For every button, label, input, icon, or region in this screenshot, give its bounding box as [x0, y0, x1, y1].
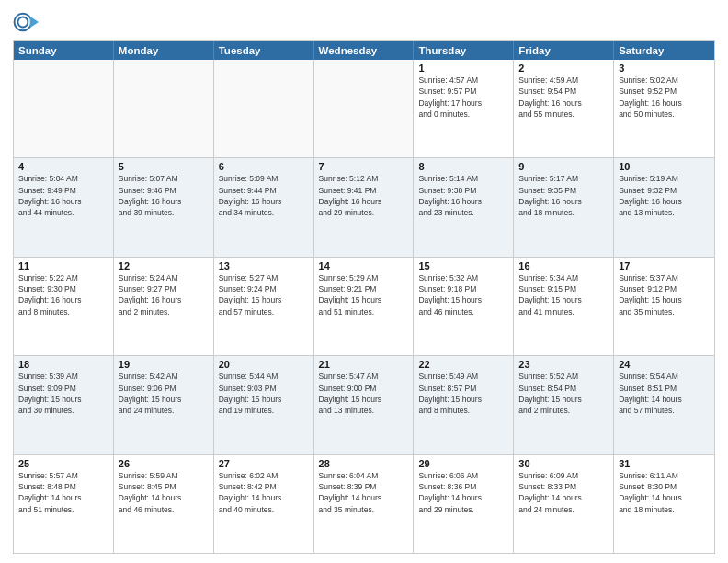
day-info: Sunrise: 5:14 AMSunset: 9:38 PMDaylight:… — [418, 173, 508, 218]
day-info: Sunrise: 5:42 AMSunset: 9:06 PMDaylight:… — [119, 371, 209, 416]
day-of-week-monday: Monday — [114, 41, 214, 60]
day-of-week-saturday: Saturday — [614, 41, 714, 60]
page: SundayMondayTuesdayWednesdayThursdayFrid… — [0, 0, 728, 563]
calendar-header: SundayMondayTuesdayWednesdayThursdayFrid… — [14, 41, 714, 60]
day-of-week-wednesday: Wednesday — [314, 41, 415, 60]
day-number: 30 — [518, 458, 609, 469]
day-cell-23: 23Sunrise: 5:52 AMSunset: 8:54 PMDayligh… — [514, 356, 614, 454]
logo — [13, 9, 42, 35]
day-number: 21 — [319, 359, 409, 370]
day-cell-30: 30Sunrise: 6:09 AMSunset: 8:33 PMDayligh… — [514, 455, 614, 553]
day-number: 5 — [119, 161, 209, 172]
day-cell-19: 19Sunrise: 5:42 AMSunset: 9:06 PMDayligh… — [114, 356, 214, 454]
day-info: Sunrise: 5:47 AMSunset: 9:00 PMDaylight:… — [319, 371, 409, 416]
day-info: Sunrise: 5:54 AMSunset: 8:51 PMDaylight:… — [619, 371, 710, 416]
day-info: Sunrise: 6:11 AMSunset: 8:30 PMDaylight:… — [619, 470, 710, 515]
day-info: Sunrise: 5:02 AMSunset: 9:52 PMDaylight:… — [619, 75, 710, 120]
day-info: Sunrise: 6:06 AMSunset: 8:36 PMDaylight:… — [418, 470, 508, 515]
svg-point-1 — [17, 17, 28, 28]
day-info: Sunrise: 5:49 AMSunset: 8:57 PMDaylight:… — [418, 371, 508, 416]
calendar: SundayMondayTuesdayWednesdayThursdayFrid… — [13, 40, 715, 554]
day-info: Sunrise: 5:07 AMSunset: 9:46 PMDaylight:… — [119, 173, 209, 218]
day-number: 10 — [619, 161, 710, 172]
day-number: 19 — [119, 359, 209, 370]
day-number: 1 — [418, 63, 508, 74]
day-number: 26 — [119, 458, 209, 469]
day-number: 7 — [319, 161, 409, 172]
day-number: 14 — [319, 260, 409, 271]
calendar-row-2: 4Sunrise: 5:04 AMSunset: 9:49 PMDaylight… — [14, 158, 714, 257]
day-cell-8: 8Sunrise: 5:14 AMSunset: 9:38 PMDaylight… — [414, 158, 514, 256]
day-number: 3 — [619, 63, 710, 74]
day-info: Sunrise: 5:22 AMSunset: 9:30 PMDaylight:… — [18, 272, 108, 317]
day-cell-28: 28Sunrise: 6:04 AMSunset: 8:39 PMDayligh… — [314, 455, 415, 553]
day-number: 27 — [219, 458, 309, 469]
day-info: Sunrise: 5:44 AMSunset: 9:03 PMDaylight:… — [219, 371, 309, 416]
day-number: 16 — [518, 260, 609, 271]
day-info: Sunrise: 5:39 AMSunset: 9:09 PMDaylight:… — [18, 371, 108, 416]
day-cell-26: 26Sunrise: 5:59 AMSunset: 8:45 PMDayligh… — [114, 455, 214, 553]
day-info: Sunrise: 5:24 AMSunset: 9:27 PMDaylight:… — [119, 272, 209, 317]
day-info: Sunrise: 5:29 AMSunset: 9:21 PMDaylight:… — [319, 272, 409, 317]
day-cell-10: 10Sunrise: 5:19 AMSunset: 9:32 PMDayligh… — [614, 158, 714, 256]
day-cell-12: 12Sunrise: 5:24 AMSunset: 9:27 PMDayligh… — [114, 258, 214, 355]
day-cell-31: 31Sunrise: 6:11 AMSunset: 8:30 PMDayligh… — [614, 455, 714, 553]
day-info: Sunrise: 5:59 AMSunset: 8:45 PMDaylight:… — [119, 470, 209, 515]
day-cell-11: 11Sunrise: 5:22 AMSunset: 9:30 PMDayligh… — [14, 258, 114, 355]
calendar-row-1: 1Sunrise: 4:57 AMSunset: 9:57 PMDaylight… — [14, 60, 714, 158]
day-cell-29: 29Sunrise: 6:06 AMSunset: 8:36 PMDayligh… — [414, 455, 514, 553]
day-number: 9 — [518, 161, 609, 172]
day-cell-3: 3Sunrise: 5:02 AMSunset: 9:52 PMDaylight… — [614, 60, 714, 157]
day-info: Sunrise: 5:52 AMSunset: 8:54 PMDaylight:… — [518, 371, 609, 416]
day-cell-1: 1Sunrise: 4:57 AMSunset: 9:57 PMDaylight… — [414, 60, 514, 157]
calendar-row-4: 18Sunrise: 5:39 AMSunset: 9:09 PMDayligh… — [14, 356, 714, 454]
day-number: 2 — [518, 63, 609, 74]
day-info: Sunrise: 5:57 AMSunset: 8:48 PMDaylight:… — [18, 470, 108, 515]
day-number: 29 — [418, 458, 508, 469]
day-cell-6: 6Sunrise: 5:09 AMSunset: 9:44 PMDaylight… — [214, 158, 314, 256]
day-cell-21: 21Sunrise: 5:47 AMSunset: 9:00 PMDayligh… — [314, 356, 415, 454]
day-number: 13 — [219, 260, 309, 271]
day-number: 12 — [119, 260, 209, 271]
day-cell-25: 25Sunrise: 5:57 AMSunset: 8:48 PMDayligh… — [14, 455, 114, 553]
day-info: Sunrise: 5:27 AMSunset: 9:24 PMDaylight:… — [219, 272, 309, 317]
day-info: Sunrise: 5:34 AMSunset: 9:15 PMDaylight:… — [518, 272, 609, 317]
day-info: Sunrise: 5:04 AMSunset: 9:49 PMDaylight:… — [18, 173, 108, 218]
day-info: Sunrise: 6:09 AMSunset: 8:33 PMDaylight:… — [518, 470, 609, 515]
day-info: Sunrise: 5:12 AMSunset: 9:41 PMDaylight:… — [319, 173, 409, 218]
svg-point-0 — [15, 14, 32, 31]
day-info: Sunrise: 6:04 AMSunset: 8:39 PMDaylight:… — [319, 470, 409, 515]
day-of-week-tuesday: Tuesday — [214, 41, 314, 60]
day-number: 24 — [619, 359, 710, 370]
day-number: 11 — [18, 260, 108, 271]
day-number: 31 — [619, 458, 710, 469]
day-cell-22: 22Sunrise: 5:49 AMSunset: 8:57 PMDayligh… — [414, 356, 514, 454]
day-cell-7: 7Sunrise: 5:12 AMSunset: 9:41 PMDaylight… — [314, 158, 415, 256]
day-info: Sunrise: 4:59 AMSunset: 9:54 PMDaylight:… — [518, 75, 609, 120]
day-number: 17 — [619, 260, 710, 271]
day-number: 15 — [418, 260, 508, 271]
day-number: 8 — [418, 161, 508, 172]
day-number: 6 — [219, 161, 309, 172]
day-cell-24: 24Sunrise: 5:54 AMSunset: 8:51 PMDayligh… — [614, 356, 714, 454]
day-number: 4 — [18, 161, 108, 172]
day-number: 20 — [219, 359, 309, 370]
calendar-row-3: 11Sunrise: 5:22 AMSunset: 9:30 PMDayligh… — [14, 258, 714, 356]
day-number: 25 — [18, 458, 108, 469]
day-info: Sunrise: 5:17 AMSunset: 9:35 PMDaylight:… — [518, 173, 609, 218]
day-info: Sunrise: 4:57 AMSunset: 9:57 PMDaylight:… — [418, 75, 508, 120]
day-number: 28 — [319, 458, 409, 469]
day-of-week-thursday: Thursday — [414, 41, 514, 60]
day-info: Sunrise: 5:19 AMSunset: 9:32 PMDaylight:… — [619, 173, 710, 218]
day-info: Sunrise: 5:09 AMSunset: 9:44 PMDaylight:… — [219, 173, 309, 218]
empty-cell-0-1 — [114, 60, 214, 157]
day-cell-17: 17Sunrise: 5:37 AMSunset: 9:12 PMDayligh… — [614, 258, 714, 355]
empty-cell-0-2 — [214, 60, 314, 157]
day-number: 23 — [518, 359, 609, 370]
logo-icon — [13, 9, 39, 35]
day-cell-14: 14Sunrise: 5:29 AMSunset: 9:21 PMDayligh… — [314, 258, 415, 355]
day-number: 18 — [18, 359, 108, 370]
day-cell-18: 18Sunrise: 5:39 AMSunset: 9:09 PMDayligh… — [14, 356, 114, 454]
calendar-body: 1Sunrise: 4:57 AMSunset: 9:57 PMDaylight… — [14, 60, 714, 553]
day-cell-16: 16Sunrise: 5:34 AMSunset: 9:15 PMDayligh… — [514, 258, 614, 355]
